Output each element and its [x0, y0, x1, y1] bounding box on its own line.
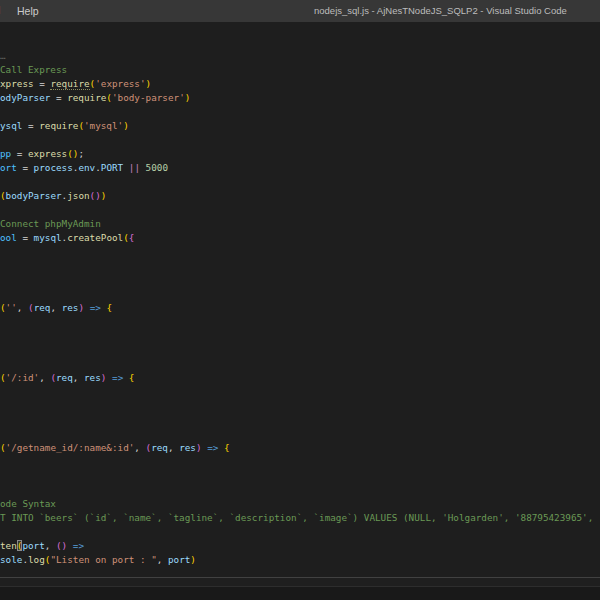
- code-line[interactable]: ten(port, () =>: [0, 539, 600, 553]
- code-line[interactable]: ('/getname_id/:name&:id', (req, res) => …: [0, 441, 600, 455]
- code-token: =: [50, 92, 67, 103]
- code-line[interactable]: ort = process.env.PORT || 5000: [0, 161, 600, 175]
- code-token: pp: [0, 148, 11, 159]
- code-token: T INTO `beers` (`id`, `name`, `tagline`,…: [0, 512, 593, 523]
- code-line[interactable]: …: [0, 49, 600, 63]
- code-token: '/:id': [6, 372, 40, 383]
- code-line[interactable]: [0, 315, 600, 329]
- code-line[interactable]: odyParser = require('body-parser'): [0, 91, 600, 105]
- code-line[interactable]: sole.log("Listen on port : ", port): [0, 553, 600, 567]
- code-token: (): [56, 540, 67, 551]
- code-line[interactable]: [0, 245, 600, 259]
- code-token: ;: [78, 148, 84, 159]
- code-line[interactable]: Connect phpMyAdmin: [0, 217, 600, 231]
- code-line[interactable]: (bodyParser.json()): [0, 189, 600, 203]
- code-line[interactable]: ('/:id', (req, res) => {: [0, 371, 600, 385]
- titlebar: l Help nodejs_sql.js - AjNesTNodeJS_SQLP…: [0, 0, 600, 22]
- code-line[interactable]: [0, 175, 600, 189]
- code-token: Connect phpMyAdmin: [0, 218, 101, 229]
- code-line[interactable]: xpress = require('express'): [0, 77, 600, 91]
- code-token: =: [17, 162, 34, 173]
- code-token: res: [62, 302, 79, 313]
- code-line[interactable]: Call Express: [0, 63, 600, 77]
- code-line[interactable]: pp = express();: [0, 147, 600, 161]
- code-line[interactable]: ('', (req, res) => {: [0, 301, 600, 315]
- code-token: res: [179, 442, 196, 453]
- code-token: ,: [157, 554, 168, 565]
- code-line[interactable]: [0, 455, 600, 469]
- code-token: port: [22, 540, 44, 551]
- panel-lower-area: [0, 587, 600, 600]
- code-line[interactable]: [0, 105, 600, 119]
- code-token: req: [34, 302, 51, 313]
- code-token: '': [6, 302, 17, 313]
- code-line[interactable]: [0, 329, 600, 343]
- code-token: ten: [0, 540, 17, 551]
- code-token: process: [34, 162, 73, 173]
- code-token: ,: [168, 442, 179, 453]
- code-line[interactable]: [0, 133, 600, 147]
- code-token: Call Express: [0, 64, 67, 75]
- code-token: express: [28, 148, 67, 159]
- code-token: ||: [129, 162, 140, 173]
- code-token: xpress: [0, 78, 34, 89]
- code-token: (): [90, 190, 101, 201]
- code-token: =>: [73, 540, 84, 551]
- code-token: '/getname_id/:name&:id': [6, 442, 135, 453]
- code-token: "Listen on port : ": [50, 554, 156, 565]
- code-token: ,: [73, 372, 84, 383]
- code-token: …: [0, 50, 6, 61]
- code-line[interactable]: [0, 525, 600, 539]
- code-token: ): [123, 120, 129, 131]
- code-token: ort: [0, 162, 17, 173]
- code-token: =: [22, 120, 39, 131]
- code-token: (): [67, 148, 78, 159]
- code-line[interactable]: ool = mysql.createPool({: [0, 231, 600, 245]
- code-line[interactable]: [0, 259, 600, 273]
- code-token: createPool: [67, 232, 123, 243]
- code-token: ,: [17, 302, 28, 313]
- code-line[interactable]: [0, 343, 600, 357]
- code-token: =>: [90, 302, 101, 313]
- code-token: odyParser: [0, 92, 50, 103]
- code-line[interactable]: ode Syntax: [0, 497, 600, 511]
- code-line[interactable]: [0, 357, 600, 371]
- code-token: 'body-parser': [112, 92, 185, 103]
- code-token: ysql: [0, 120, 22, 131]
- code-line[interactable]: [0, 427, 600, 441]
- code-token: {: [129, 372, 135, 383]
- code-token: log: [28, 554, 45, 565]
- code-token: =: [34, 78, 51, 89]
- code-line[interactable]: [0, 203, 600, 217]
- code-token: ,: [50, 302, 61, 313]
- code-token: PORT: [101, 162, 123, 173]
- menu-item-fragment[interactable]: l: [0, 4, 3, 17]
- code-token: 5000: [146, 162, 168, 173]
- code-token: req: [56, 372, 73, 383]
- code-token: 'express': [95, 78, 145, 89]
- code-line[interactable]: [0, 483, 600, 497]
- code-token: res: [84, 372, 101, 383]
- code-area[interactable]: …Call Expressxpress = require('express')…: [0, 49, 600, 567]
- code-line[interactable]: [0, 413, 600, 427]
- code-token: {: [129, 232, 135, 243]
- code-line[interactable]: T INTO `beers` (`id`, `name`, `tagline`,…: [0, 511, 600, 525]
- code-line[interactable]: [0, 399, 600, 413]
- code-line[interactable]: ysql = require('mysql'): [0, 119, 600, 133]
- code-token: ): [101, 190, 107, 201]
- code-token: ode Syntax: [0, 498, 56, 509]
- code-token: mysql: [34, 232, 62, 243]
- code-token: {: [106, 302, 112, 313]
- code-token: ,: [39, 372, 50, 383]
- code-line[interactable]: [0, 469, 600, 483]
- menu-item-help[interactable]: Help: [13, 0, 43, 22]
- code-token: require: [67, 92, 106, 103]
- editor[interactable]: …Call Expressxpress = require('express')…: [0, 22, 600, 577]
- code-line[interactable]: [0, 287, 600, 301]
- code-line[interactable]: [0, 385, 600, 399]
- code-token: bodyParser: [6, 190, 62, 201]
- code-line[interactable]: [0, 273, 600, 287]
- code-token: ,: [45, 540, 56, 551]
- code-token: json: [67, 190, 89, 201]
- code-token: sole: [0, 554, 22, 565]
